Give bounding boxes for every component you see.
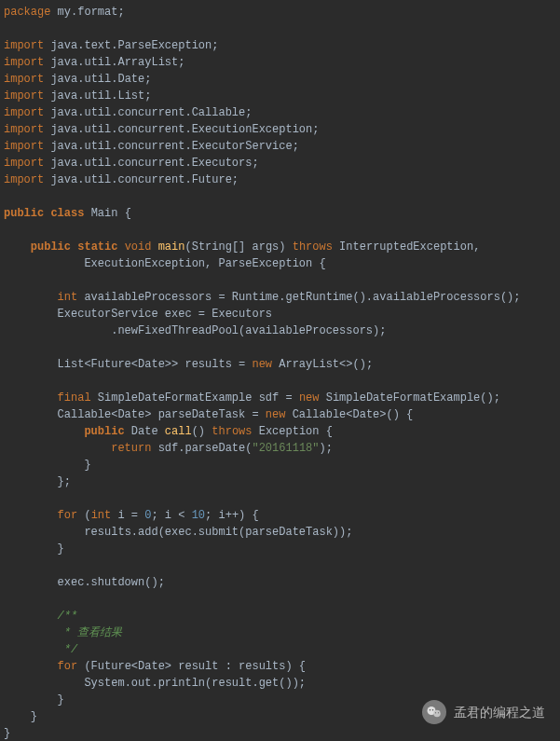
- code-line: import java.util.Date;: [4, 73, 151, 86]
- code-line: ExecutorService exec = Executors: [4, 308, 272, 321]
- keyword-package: package: [4, 6, 50, 19]
- code-line: import java.util.concurrent.Executors;: [4, 157, 259, 170]
- code-line: int availableProcessors = Runtime.getRun…: [4, 291, 521, 304]
- watermark-text: 孟君的编程之道: [454, 704, 545, 720]
- code-line: List<Future<Date>> results = new ArrayLi…: [4, 358, 373, 371]
- code-line: for (Future<Date> result : results) {: [4, 660, 306, 673]
- code-line: }: [4, 727, 10, 740]
- code-line: exec.shutdown();: [4, 576, 165, 589]
- code-line: import java.util.concurrent.ExecutorServ…: [4, 140, 299, 153]
- code-line: Callable<Date> parseDateTask = new Calla…: [4, 408, 413, 421]
- svg-point-2: [430, 709, 431, 711]
- wechat-svg: [426, 704, 443, 720]
- code-editor: package my.format; import java.text.Pars…: [0, 0, 560, 741]
- code-line: public class Main {: [4, 207, 131, 220]
- code-line: };: [4, 475, 71, 488]
- code-line: System.out.println(result.get());: [4, 677, 306, 690]
- code-line: }: [4, 542, 64, 556]
- code-line: package my.format;: [4, 6, 125, 19]
- code-line: import java.text.ParseException;: [4, 39, 218, 52]
- code-line: */: [4, 643, 77, 656]
- svg-point-3: [432, 709, 434, 711]
- svg-point-4: [435, 712, 436, 713]
- code-line: }: [4, 693, 64, 707]
- code-line: * 查看结果: [4, 626, 122, 639]
- code-line: .newFixedThreadPool(availableProcessors)…: [4, 324, 386, 337]
- svg-point-5: [438, 712, 439, 713]
- code-line: }: [4, 459, 91, 472]
- code-line: import java.util.ArrayList;: [4, 56, 184, 69]
- code-line: public static void main(String[] args) t…: [4, 240, 480, 254]
- code-line: for (int i = 0; i < 10; i++) {: [4, 509, 259, 522]
- code-line: results.add(exec.submit(parseDateTask));: [4, 526, 352, 539]
- code-line: /**: [4, 610, 77, 623]
- code-line: return sdf.parseDate("20161118");: [4, 442, 333, 455]
- code-line: final SimpleDateFormatExample sdf = new …: [4, 391, 500, 405]
- code-line: import java.util.List;: [4, 89, 151, 103]
- code-line: }: [4, 710, 37, 723]
- code-line: import java.util.concurrent.ExecutionExc…: [4, 123, 319, 136]
- code-line: import java.util.concurrent.Callable;: [4, 106, 252, 119]
- svg-point-1: [433, 710, 441, 718]
- code-line: ExecutionException, ParseException {: [4, 257, 326, 270]
- code-line: public Date call() throws Exception {: [4, 425, 333, 438]
- code-line: import java.util.concurrent.Future;: [4, 173, 239, 186]
- watermark: 孟君的编程之道: [422, 700, 545, 724]
- wechat-icon: [422, 700, 446, 724]
